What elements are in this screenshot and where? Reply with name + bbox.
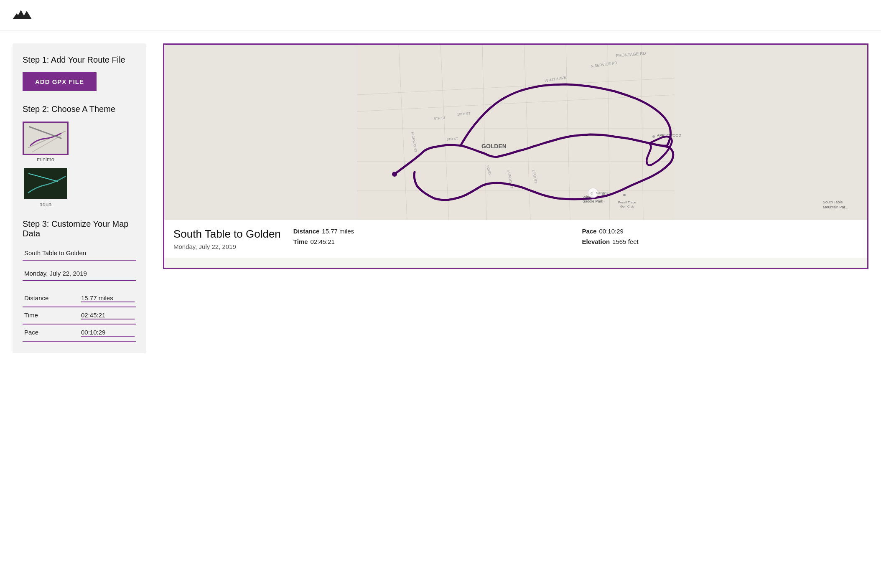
- pace-value: [79, 324, 136, 342]
- distance-value: [79, 290, 136, 307]
- svg-text:©: ©: [591, 192, 593, 195]
- time-label: Time: [23, 307, 79, 324]
- pace-input[interactable]: [81, 329, 135, 337]
- svg-text:Golf Club: Golf Club: [620, 205, 634, 208]
- distance-input[interactable]: [81, 294, 135, 302]
- app-header: [0, 0, 881, 31]
- step2-section: Step 2: Choose A Theme: [23, 104, 136, 208]
- theme-aqua[interactable]: aqua: [23, 167, 69, 208]
- theme-aqua-preview: [23, 167, 69, 200]
- stat-elevation-value: 1565 feet: [612, 238, 639, 245]
- app-logo: [13, 8, 33, 23]
- stat-time: Time02:45:21: [293, 238, 570, 245]
- step1-title: Step 1: Add Your Route File: [23, 55, 136, 65]
- route-name-input[interactable]: [23, 246, 136, 261]
- map-title-section: South Table to Golden Monday, July 22, 2…: [173, 228, 281, 250]
- stat-pace-label: Pace: [582, 228, 596, 235]
- stat-time-value: 02:45:21: [311, 238, 335, 245]
- stat-distance: Distance15.77 miles: [293, 228, 570, 235]
- minimo-preview-bg: [24, 123, 67, 154]
- svg-text:MAPBOX: MAPBOX: [596, 192, 609, 195]
- map-info-content: South Table to Golden Monday, July 22, 2…: [173, 228, 858, 250]
- theme-grid: minimo aqua: [23, 122, 136, 208]
- svg-rect-7: [24, 168, 67, 199]
- route-name-field: [23, 246, 136, 266]
- stats-fields: Distance Time Pace: [23, 290, 136, 342]
- step1-section: Step 1: Add Your Route File ADD GPX FILE: [23, 55, 136, 103]
- stat-time-label: Time: [293, 238, 308, 245]
- map-stats: Distance15.77 miles Pace00:10:29 Time02:…: [293, 228, 858, 245]
- step2-title: Step 2: Choose A Theme: [23, 104, 136, 114]
- stat-distance-value: 15.77 miles: [322, 228, 354, 235]
- time-value: [79, 307, 136, 324]
- theme-minimo-label: minimo: [23, 156, 69, 162]
- aqua-preview-bg: [24, 168, 67, 199]
- step3-section: Step 3: Customize Your Map Data Distance…: [23, 219, 136, 342]
- stat-pace: Pace00:10:29: [582, 228, 858, 235]
- stat-pace-value: 00:10:29: [599, 228, 623, 235]
- date-input[interactable]: [23, 266, 136, 281]
- svg-text:Fossil Trace: Fossil Trace: [618, 200, 637, 204]
- svg-point-43: [392, 172, 397, 177]
- theme-minimo-preview: [23, 122, 69, 155]
- svg-point-40: [652, 135, 655, 138]
- theme-minimo[interactable]: minimo: [23, 122, 69, 162]
- date-field: [23, 266, 136, 287]
- svg-text:South Table: South Table: [823, 200, 843, 204]
- theme-aqua-label: aqua: [23, 201, 69, 208]
- map-title: South Table to Golden: [173, 228, 281, 241]
- map-preview: FRONTAGE RD N SERVICE RD W 44TH AVE HIGH…: [163, 43, 868, 269]
- map-area: FRONTAGE RD N SERVICE RD W 44TH AVE HIGH…: [164, 45, 867, 220]
- stat-distance-label: Distance: [293, 228, 320, 235]
- main-layout: Step 1: Add Your Route File ADD GPX FILE…: [0, 31, 881, 366]
- add-gpx-button[interactable]: ADD GPX FILE: [23, 72, 97, 91]
- sidebar: Step 1: Add Your Route File ADD GPX FILE…: [13, 43, 146, 353]
- step3-title: Step 3: Customize Your Map Data: [23, 219, 136, 238]
- map-info: South Table to Golden Monday, July 22, 2…: [164, 220, 867, 258]
- svg-point-35: [623, 194, 626, 196]
- svg-rect-8: [357, 45, 675, 220]
- map-date: Monday, July 22, 2019: [173, 243, 281, 250]
- distance-label: Distance: [23, 290, 79, 307]
- svg-text:Mountain Par...: Mountain Par...: [823, 205, 848, 209]
- stat-elevation: Elevation1565 feet: [582, 238, 858, 245]
- pace-label: Pace: [23, 324, 79, 342]
- time-input[interactable]: [81, 312, 135, 319]
- svg-text:GOLDEN: GOLDEN: [481, 143, 507, 150]
- stat-elevation-label: Elevation: [582, 238, 610, 245]
